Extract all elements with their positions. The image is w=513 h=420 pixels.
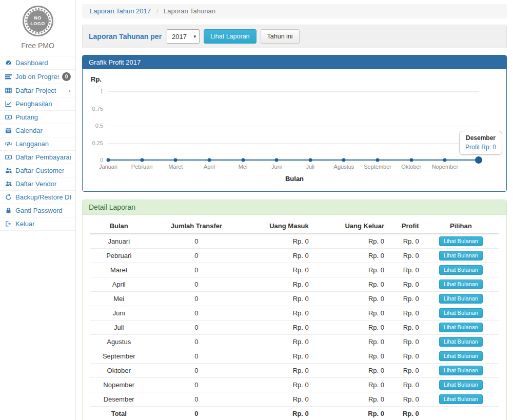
breadcrumb: Laporan Tahun 2017 / Laporan Tahunan (82, 4, 507, 18)
view-monthly-button-pebruari[interactable]: Lihat Bulanan (439, 251, 483, 261)
cell-uang-keluar: Rp. 0 (313, 364, 388, 378)
year-select-value: 2017 (172, 33, 187, 41)
cell-profit: Rp. 0 (388, 364, 423, 378)
logo-text-line1: NO (34, 15, 42, 21)
y-tick-label: 0 (100, 157, 103, 163)
cell-pilihan: Lihat Bulanan (423, 306, 499, 321)
cell-uang-masuk: Rp. 0 (245, 277, 312, 292)
sidebar-item-job-on-progress[interactable]: Job on Progress0 (0, 70, 75, 84)
profit-line (108, 91, 479, 160)
cell-pilihan: Lihat Bulanan (423, 263, 499, 277)
table-rows: Januari0Rp. 0Rp. 0Rp. 0Lihat BulananPebr… (90, 234, 499, 407)
cell-jumlah-transfer: 0 (147, 292, 245, 306)
cell-jumlah-transfer: 0 (147, 263, 245, 277)
view-monthly-button-nopember[interactable]: Lihat Bulanan (439, 380, 483, 390)
view-monthly-button-oktober[interactable]: Lihat Bulanan (439, 366, 483, 375)
table-row-desember: Desember0Rp. 0Rp. 0Rp. 0Lihat Bulanan (90, 392, 499, 407)
cell-uang-masuk: Rp. 0 (245, 234, 312, 249)
sidebar-item-calendar[interactable]: Calendar (0, 124, 75, 137)
cell-pilihan: Lihat Bulanan (423, 249, 499, 263)
cell-bulan: Juni (90, 306, 147, 321)
table-row-april: April0Rp. 0Rp. 0Rp. 0Lihat Bulanan (90, 277, 499, 292)
detail-table-body: BulanJumlah TransferUang MasukUang Kelua… (83, 215, 506, 420)
cell-bulan: Januari (90, 234, 147, 249)
sidebar-item-dashboard[interactable]: Dashboard (0, 56, 75, 70)
cell-jumlah-transfer: 0 (147, 349, 245, 364)
cell-profit: Rp. 0 (388, 249, 423, 263)
y-tick-label: 0.25 (92, 140, 103, 146)
detail-report-panel: Detail Laporan BulanJumlah TransferUang … (82, 199, 507, 420)
sidebar-item-keluar[interactable]: Keluar (0, 217, 75, 231)
sidebar-item-backup-restore-db[interactable]: Backup/Restore DB (0, 191, 75, 204)
cell-profit: Rp. 0 (388, 378, 423, 392)
sidebar-item-ganti-password[interactable]: Ganti Password (0, 204, 75, 217)
cell-profit: Rp. 0 (388, 234, 423, 249)
total-cell-profit: Rp. 0 (388, 407, 423, 420)
view-monthly-button-desember[interactable]: Lihat Bulanan (439, 394, 483, 404)
cell-pilihan: Lihat Bulanan (423, 364, 499, 378)
lock-icon (5, 207, 12, 214)
no-logo-seal: NO LOGO (27, 10, 49, 32)
breadcrumb-link[interactable]: Laporan Tahun 2017 (90, 7, 151, 15)
table-row-januari: Januari0Rp. 0Rp. 0Rp. 0Lihat Bulanan (90, 234, 499, 249)
x-tick-label: April (204, 164, 215, 170)
sidebar-item-label: Daftar Customer (15, 167, 64, 174)
sidebar-item-penghasilan[interactable]: Penghasilan (0, 97, 75, 111)
cell-uang-masuk: Rp. 0 (245, 263, 312, 277)
year-select[interactable]: 2017 ▾ (167, 29, 200, 44)
sidebar-item-label: Calendar (15, 127, 43, 134)
total-cell-pilihan (423, 407, 499, 420)
view-monthly-button-juni[interactable]: Lihat Bulanan (439, 308, 483, 318)
sidebar-item-label: Piutang (15, 113, 38, 121)
breadcrumb-separator: / (156, 7, 159, 15)
table-total-row: Total0Rp. 0Rp. 0Rp. 0 (90, 407, 499, 420)
table-row-nopember: Nopember0Rp. 0Rp. 0Rp. 0Lihat Bulanan (90, 378, 499, 392)
profit-chart-panel: Grafik Profit 2017 Rp. 10.750.50.250 Jan… (82, 55, 507, 192)
this-year-button[interactable]: Tahun ini (261, 29, 300, 44)
sidebar-item-daftar-pembayaran[interactable]: Daftar Pembayaran (0, 151, 75, 164)
table-icon (5, 87, 12, 94)
view-monthly-button-juli[interactable]: Lihat Bulanan (439, 323, 483, 332)
view-monthly-button-mei[interactable]: Lihat Bulanan (439, 294, 483, 304)
view-monthly-button-september[interactable]: Lihat Bulanan (439, 351, 483, 361)
cell-uang-keluar: Rp. 0 (313, 234, 388, 249)
report-filter-bar: Laporan Tahunan per 2017 ▾ Lihat Laporan… (82, 25, 507, 48)
view-monthly-button-agustus[interactable]: Lihat Bulanan (439, 337, 483, 347)
cell-bulan: Nopember (90, 378, 147, 392)
x-tick-label: Juni (271, 164, 282, 170)
y-tick-label: 0.75 (92, 106, 103, 112)
table-row-agustus: Agustus0Rp. 0Rp. 0Rp. 0Lihat Bulanan (90, 335, 499, 349)
no-logo-badge: NO LOGO (23, 6, 53, 36)
sidebar-item-daftar-project[interactable]: Daftar Project‹ (0, 84, 75, 97)
calendar-icon (5, 127, 12, 134)
column-header-bulan: Bulan (90, 219, 147, 234)
total-cell-uang-keluar: Rp. 0 (313, 407, 388, 420)
chart-body: Rp. 10.750.50.250 JanuariPebruariMaretAp… (83, 69, 506, 191)
cell-uang-keluar: Rp. 0 (313, 392, 388, 407)
x-tick-label: September (364, 164, 391, 170)
cell-uang-keluar: Rp. 0 (313, 306, 388, 321)
cell-profit: Rp. 0 (388, 277, 423, 292)
view-monthly-button-maret[interactable]: Lihat Bulanan (439, 265, 483, 275)
cell-profit: Rp. 0 (388, 263, 423, 277)
view-monthly-button-april[interactable]: Lihat Bulanan (439, 279, 483, 289)
sign-out-icon (5, 221, 12, 227)
detail-panel-title: Detail Laporan (83, 200, 506, 215)
column-header-jumlah-transfer: Jumlah Transfer (147, 219, 245, 234)
total-cell-uang-masuk: Rp. 0 (245, 407, 312, 420)
money-icon (5, 154, 12, 161)
y-axis-label: Rp. (91, 75, 498, 83)
x-tick-label: Pebruari (131, 164, 153, 170)
sidebar-item-langganan[interactable]: Langganan (0, 137, 75, 151)
column-header-uang-keluar: Uang Keluar (313, 219, 388, 234)
view-report-button[interactable]: Lihat Laporan (204, 29, 256, 44)
table-row-oktober: Oktober0Rp. 0Rp. 0Rp. 0Lihat Bulanan (90, 364, 499, 378)
sidebar-item-daftar-customer[interactable]: Daftar Customer (0, 164, 75, 177)
breadcrumb-current: Laporan Tahunan (164, 7, 215, 15)
view-monthly-button-januari[interactable]: Lihat Bulanan (439, 236, 483, 246)
sidebar-item-piutang[interactable]: Piutang (0, 111, 75, 124)
main-layout: NO LOGO Free PMO DashboardJob on Progres… (0, 0, 513, 420)
sidebar-item-daftar-vendor[interactable]: Daftar Vendor (0, 177, 75, 191)
x-tick-label: Juli (306, 164, 315, 170)
sidebar-item-label: Keluar (15, 220, 35, 228)
